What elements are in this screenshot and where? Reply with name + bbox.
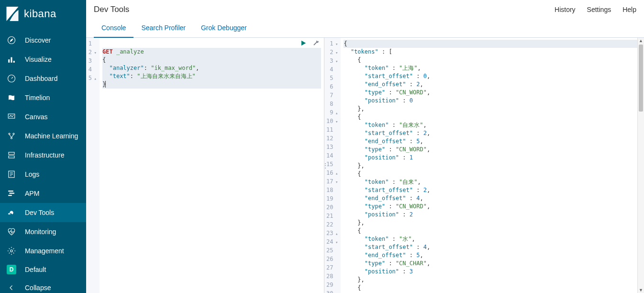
svg-marker-20 [301,41,306,46]
space-label: Default [25,266,46,273]
scrollbar[interactable]: ▲ ▼ [637,38,644,293]
request-gutter: 1 2▾ 3 4 5▴ [86,38,100,293]
svg-rect-10 [9,152,14,155]
logs-icon [7,169,16,179]
space-badge: D [7,265,16,274]
apm-icon [7,189,16,198]
nav-label: Management [25,247,64,255]
tabs: Console Search Profiler Grok Debugger [86,19,644,38]
settings-wrench-icon[interactable] [312,40,319,48]
svg-point-7 [9,133,10,135]
sidebar-item-monitoring[interactable]: Monitoring [0,222,86,241]
gauge-icon [7,74,16,83]
scroll-down-icon[interactable]: ▼ [638,288,644,293]
scrollbar-thumb[interactable] [639,45,643,112]
collapse-button[interactable]: Collapse [0,279,86,293]
nav-label: Canvas [25,113,47,121]
nav: Discover Visualize Dashboard Timelion Ca… [0,28,86,260]
tab-grok-debugger[interactable]: Grok Debugger [193,19,255,37]
nav-label: Timelion [25,94,50,101]
svg-rect-4 [13,61,15,63]
run-button[interactable] [300,40,307,48]
topbar: Dev Tools History Settings Help [86,0,644,19]
sidebar-item-management[interactable]: Management [0,241,86,260]
svg-rect-2 [8,59,10,63]
svg-rect-17 [10,193,15,194]
kibana-logo-icon [6,7,19,21]
wrench-icon [7,208,16,217]
scroll-up-icon[interactable]: ▲ [638,38,644,43]
svg-rect-11 [9,156,14,158]
svg-marker-1 [10,39,13,42]
svg-rect-3 [11,57,12,63]
nav-label: Discover [25,36,51,44]
gear-icon [7,246,16,256]
canvas-icon [7,112,16,122]
svg-rect-16 [8,191,13,192]
svg-point-9 [11,137,12,139]
sidebar-item-apm[interactable]: APM [0,184,86,203]
ml-icon [7,131,16,141]
nav-label: Visualize [25,56,52,63]
settings-link[interactable]: Settings [587,6,611,13]
nav-label: Dashboard [25,75,58,82]
compass-icon [7,35,16,45]
response-pane: ⋮ 1▾2▾3▾4 5 6 7 8 9▴10▾11 12 13 14 15 16… [324,38,644,293]
infrastructure-icon [7,150,16,160]
sidebar-item-dashboard[interactable]: Dashboard [0,69,86,88]
sidebar-item-devtools[interactable]: Dev Tools [0,203,86,222]
response-viewer[interactable]: { "tokens" : [ { "token" : "上海", "start_… [341,38,644,293]
page-title: Dev Tools [94,5,129,14]
nav-footer: DDefault Collapse [0,260,86,293]
nav-label: Dev Tools [25,209,54,216]
svg-rect-18 [8,195,12,196]
logo-text: kibana [24,8,56,20]
request-editor[interactable]: GET _analyze { "analyzer": "ik_max_word"… [100,38,324,293]
bar-chart-icon [7,55,16,64]
heartbeat-icon [7,227,16,237]
request-pane: 1 2▾ 3 4 5▴ GET _analyze { "analyzer": "… [86,38,324,293]
collapse-icon [7,283,16,293]
timelion-icon [7,93,16,102]
tab-console[interactable]: Console [94,19,133,37]
history-link[interactable]: History [555,6,576,13]
svg-point-8 [13,133,14,135]
sidebar-item-timelion[interactable]: Timelion [0,88,86,107]
sidebar-item-canvas[interactable]: Canvas [0,107,86,126]
nav-label: Logs [25,170,39,178]
help-link[interactable]: Help [622,6,636,13]
sidebar-item-logs[interactable]: Logs [0,165,86,184]
nav-label: Machine Learning [25,132,78,140]
nav-label: APM [25,190,39,197]
tab-search-profiler[interactable]: Search Profiler [133,19,193,37]
logo[interactable]: kibana [0,0,86,28]
svg-point-19 [11,250,13,252]
pane-resize-handle[interactable]: ⋮ [324,162,328,169]
sidebar-item-discover[interactable]: Discover [0,31,86,50]
space-selector[interactable]: DDefault [0,260,86,279]
nav-label: Monitoring [25,228,56,236]
sidebar-item-visualize[interactable]: Visualize [0,50,86,69]
collapse-label: Collapse [25,284,51,292]
sidebar-item-ml[interactable]: Machine Learning [0,126,86,146]
nav-label: Infrastructure [25,151,64,159]
sidebar: kibana Discover Visualize Dashboard Time… [0,0,86,293]
sidebar-item-infrastructure[interactable]: Infrastructure [0,146,86,165]
